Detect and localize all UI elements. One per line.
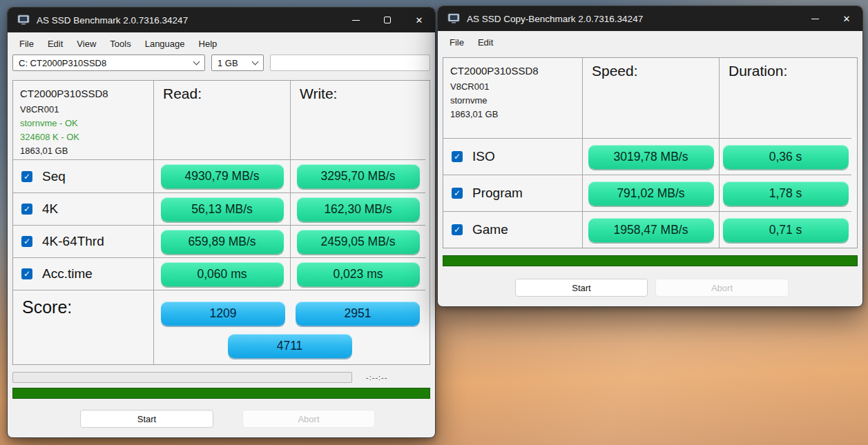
eta-text: -:--:-- bbox=[366, 373, 387, 382]
score-read-pill: 1209 bbox=[161, 301, 285, 326]
minimize-icon bbox=[811, 19, 819, 19]
progress-row: -:--:-- bbox=[12, 372, 430, 383]
test-size-value: 1 GB bbox=[218, 58, 238, 68]
menu-item-file[interactable]: File bbox=[443, 36, 470, 49]
checkbox-iso[interactable]: ✓ bbox=[452, 151, 463, 162]
result-seq-read: 4930,79 MB/s bbox=[161, 164, 284, 188]
menu-item-tools[interactable]: Tools bbox=[104, 37, 137, 50]
result-acctime-write: 0,023 ms bbox=[297, 262, 420, 286]
close-button[interactable]: ✕ bbox=[403, 8, 435, 32]
minimize-button[interactable] bbox=[340, 8, 372, 32]
result-iso-duration: 0,36 s bbox=[723, 145, 849, 169]
duration-column-header: Duration: bbox=[720, 58, 851, 139]
titlebar[interactable]: AS SSD Benchmark 2.0.7316.34247 ✕ bbox=[8, 8, 435, 32]
toolbar-textbox[interactable] bbox=[270, 55, 430, 71]
menu-item-edit[interactable]: Edit bbox=[41, 37, 69, 50]
drive-select[interactable]: C: CT2000P310SSD8 bbox=[12, 55, 205, 71]
menu-item-edit[interactable]: Edit bbox=[472, 36, 499, 49]
drive-model: CT2000P310SSD8 bbox=[20, 87, 146, 101]
test-size-select[interactable]: 1 GB bbox=[211, 55, 264, 71]
row-4k: ✓ 4K bbox=[13, 193, 154, 226]
menu-bar: File Edit View Tools Language Help bbox=[8, 32, 435, 53]
row-label-iso: ISO bbox=[472, 149, 495, 164]
window-controls: ✕ bbox=[340, 8, 435, 32]
checkbox-4k[interactable]: ✓ bbox=[21, 204, 32, 215]
result-4k64thrd-write: 2459,05 MB/s bbox=[297, 230, 420, 254]
minimize-button[interactable] bbox=[799, 6, 831, 31]
checkbox-game[interactable]: ✓ bbox=[452, 224, 463, 235]
result-program-duration: 1,78 s bbox=[723, 181, 849, 206]
copy-benchmark-table: CT2000P310SSD8 V8CR001 stornvme 1863,01 … bbox=[443, 57, 858, 248]
app-icon bbox=[17, 14, 30, 26]
row-game: ✓ Game bbox=[443, 212, 583, 248]
result-4k-write: 162,30 MB/s bbox=[297, 197, 420, 221]
abort-button[interactable]: Abort bbox=[655, 279, 789, 297]
menu-item-language[interactable]: Language bbox=[139, 37, 191, 50]
drive-capacity: 1863,01 GB bbox=[20, 144, 146, 158]
checkbox-program[interactable]: ✓ bbox=[452, 188, 463, 199]
row-4k64thrd: ✓ 4K-64Thrd bbox=[13, 226, 154, 258]
write-column-header: Write: bbox=[291, 81, 425, 160]
benchmark-table: CT2000P310SSD8 V8CR001 stornvme - OK 324… bbox=[12, 80, 430, 365]
result-acctime-read: 0,060 ms bbox=[161, 262, 284, 286]
chevron-down-icon bbox=[252, 58, 259, 65]
row-program: ✓ Program bbox=[443, 175, 583, 212]
overall-progress-bar bbox=[443, 255, 858, 266]
result-game-duration: 0,71 s bbox=[723, 218, 849, 242]
result-game-speed: 1958,47 MB/s bbox=[588, 218, 714, 242]
score-cell: 1209 2951 4711 bbox=[154, 290, 425, 364]
start-button[interactable]: Start bbox=[515, 279, 648, 297]
titlebar[interactable]: AS SSD Copy-Benchmark 2.0.7316.34247 ✕ bbox=[438, 6, 862, 31]
button-row: Start Abort bbox=[8, 410, 435, 428]
chevron-down-icon bbox=[193, 58, 200, 65]
button-row: Start Abort bbox=[438, 279, 862, 297]
menu-item-view[interactable]: View bbox=[70, 37, 102, 50]
result-iso-speed: 3019,78 MB/s bbox=[588, 145, 714, 169]
abort-button[interactable]: Abort bbox=[242, 410, 375, 428]
drive-info-cell: CT2000P310SSD8 V8CR001 stornvme 1863,01 … bbox=[443, 58, 583, 139]
menu-bar: File Edit bbox=[438, 31, 862, 52]
row-seq: ✓ Seq bbox=[13, 160, 154, 193]
row-label-game: Game bbox=[472, 222, 508, 237]
result-4k64thrd-read: 659,89 MB/s bbox=[161, 230, 284, 254]
progress-bar bbox=[12, 372, 352, 383]
toolbar: C: CT2000P310SSD8 1 GB bbox=[8, 53, 435, 77]
read-column-header: Read: bbox=[154, 81, 291, 160]
window-title: AS SSD Copy-Benchmark 2.0.7316.34247 bbox=[467, 14, 799, 24]
window-title: AS SSD Benchmark 2.0.7316.34247 bbox=[37, 15, 340, 26]
drive-firmware: V8CR001 bbox=[20, 103, 146, 117]
drive-firmware: V8CR001 bbox=[450, 80, 575, 94]
menu-item-help[interactable]: Help bbox=[193, 37, 224, 50]
driver-name: stornvme bbox=[450, 94, 575, 108]
checkbox-acctime[interactable]: ✓ bbox=[21, 268, 32, 279]
drive-capacity: 1863,01 GB bbox=[450, 108, 575, 121]
result-program-speed: 791,02 MB/s bbox=[588, 181, 714, 206]
score-label: Score: bbox=[13, 290, 154, 364]
speed-column-header: Speed: bbox=[583, 58, 720, 139]
checkbox-seq[interactable]: ✓ bbox=[21, 171, 32, 182]
row-label-seq: Seq bbox=[42, 169, 66, 184]
row-acctime: ✓ Acc.time bbox=[13, 258, 154, 290]
row-label-4k64thrd: 4K-64Thrd bbox=[42, 234, 104, 249]
maximize-icon bbox=[384, 17, 391, 23]
app-icon bbox=[447, 13, 460, 24]
minimize-icon bbox=[352, 20, 360, 21]
close-button[interactable]: ✕ bbox=[831, 6, 862, 31]
row-label-4k: 4K bbox=[42, 201, 58, 217]
score-total-pill: 4711 bbox=[228, 334, 352, 358]
alignment-status: 324608 K - OK bbox=[20, 130, 146, 144]
row-label-acctime: Acc.time bbox=[42, 266, 93, 281]
maximize-button[interactable] bbox=[372, 8, 403, 32]
row-label-program: Program bbox=[472, 186, 523, 201]
menu-item-file[interactable]: File bbox=[13, 37, 40, 50]
drive-select-value: C: CT2000P310SSD8 bbox=[19, 58, 106, 68]
drive-info-cell: CT2000P310SSD8 V8CR001 stornvme - OK 324… bbox=[13, 81, 154, 160]
score-write-pill: 2951 bbox=[296, 301, 420, 326]
window-controls: ✕ bbox=[799, 6, 862, 31]
result-4k-read: 56,13 MB/s bbox=[161, 197, 284, 221]
start-button[interactable]: Start bbox=[80, 410, 213, 428]
as-ssd-copy-benchmark-window: AS SSD Copy-Benchmark 2.0.7316.34247 ✕ F… bbox=[437, 6, 863, 307]
checkbox-4k64thrd[interactable]: ✓ bbox=[21, 236, 32, 247]
as-ssd-benchmark-window: AS SSD Benchmark 2.0.7316.34247 ✕ File E… bbox=[7, 7, 436, 438]
row-iso: ✓ ISO bbox=[443, 139, 583, 175]
